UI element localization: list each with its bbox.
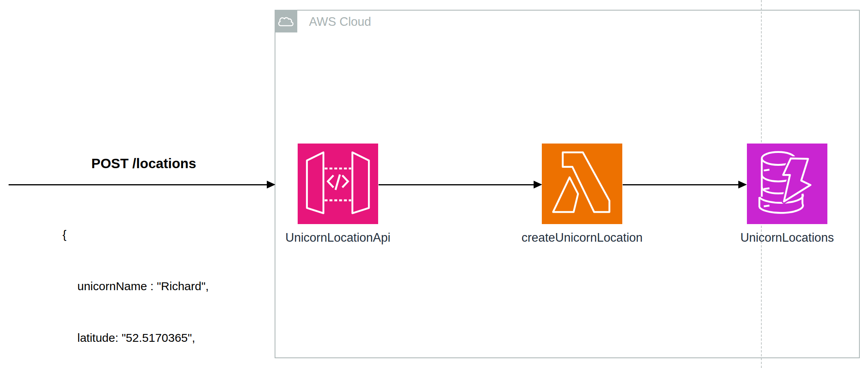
node-label-lambda: createUnicornLocation (484, 231, 680, 245)
aws-cloud-icon (275, 10, 297, 32)
json-line-unicorn-name: unicornName : "Richard", (63, 278, 209, 295)
json-line-open-brace: { (63, 226, 209, 243)
edge-api-to-lambda-arrowhead (534, 181, 542, 188)
edge-api-to-lambda (379, 184, 534, 185)
request-method-label: POST /locations (66, 156, 222, 171)
request-body: { unicornName : "Richard", latitude: "52… (63, 192, 209, 368)
architecture-diagram: AWS Cloud POST /locations { unicornName … (0, 0, 868, 368)
edge-request-to-api (9, 184, 267, 185)
node-label-dynamodb: UnicornLocations (689, 231, 868, 245)
aws-cloud-group-label: AWS Cloud (309, 15, 371, 29)
edge-lambda-to-dynamodb-arrowhead (738, 181, 747, 188)
json-line-latitude: latitude: "52.5170365", (63, 329, 209, 346)
edge-lambda-to-dynamodb (623, 184, 739, 185)
dynamodb-icon (747, 144, 827, 224)
edge-request-arrowhead (267, 181, 275, 188)
node-label-api-gateway: UnicornLocationApi (240, 231, 436, 245)
api-gateway-icon (298, 144, 378, 224)
cloud-glyph (278, 14, 294, 28)
lambda-icon (542, 144, 622, 224)
